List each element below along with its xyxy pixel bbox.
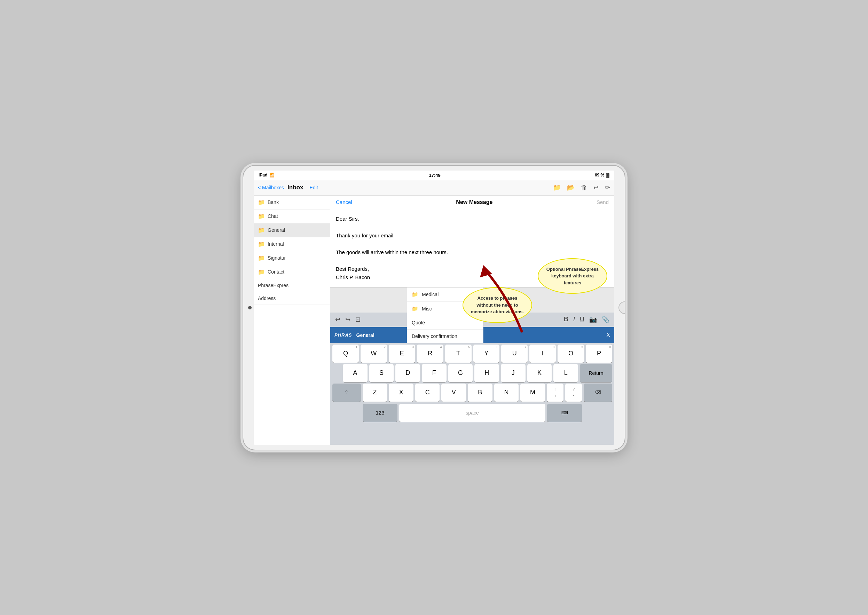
dropdown-item-quote[interactable]: Quote [407,316,483,329]
key-b[interactable]: B [468,384,492,402]
sidebar-item-internal[interactable]: 📁 Internal [254,237,330,251]
attach-icon[interactable]: 📎 [602,316,609,323]
keyboard: 1Q 2W 3E 4R 5T 6Y 7U 8I 9O 0P A S [330,343,614,445]
bold-button[interactable]: B [564,316,568,323]
reply-icon[interactable]: ↩ [593,184,599,191]
key-i[interactable]: 8I [529,345,556,363]
paste-icon[interactable]: ⊡ [355,316,361,323]
dropdown-medical-label: Medical [422,292,439,297]
ipad-label: iPad [259,173,267,178]
sidebar-item-bank[interactable]: 📁 Bank [254,196,330,209]
key-j[interactable]: J [501,364,526,382]
wifi-icon: 📶 [269,173,275,178]
key-backspace[interactable]: ⌫ [584,384,612,402]
sidebar-contact-label: Contact [268,269,284,275]
back-button[interactable]: < Mailboxes [258,185,284,190]
sidebar-item-address[interactable]: Address [254,292,330,305]
compose-icon[interactable]: ✏ [605,184,610,191]
key-g[interactable]: G [448,364,473,382]
bubble-left: Access to phrases without the need to me… [462,287,532,323]
status-bar: iPad 📶 17:49 69 % ▓ [254,170,614,180]
folder-internal-icon: 📁 [258,241,265,247]
key-z[interactable]: Z [363,384,387,402]
key-y[interactable]: 6Y [473,345,500,363]
key-p[interactable]: 0P [586,345,612,363]
body-line1: Dear Sirs, [336,215,609,223]
key-f[interactable]: F [422,364,446,382]
underline-button[interactable]: U [580,316,584,323]
key-r[interactable]: 4R [417,345,443,363]
phrase-close-button[interactable]: X [606,332,610,338]
key-period[interactable]: ?. [565,384,582,402]
key-m[interactable]: M [520,384,545,402]
trash-icon[interactable]: 🗑 [581,184,587,191]
body-line2: Thank you for your email. [336,231,609,240]
key-o[interactable]: 9O [557,345,584,363]
key-t[interactable]: 5T [445,345,471,363]
key-q[interactable]: 1Q [333,345,359,363]
time-display: 17:49 [429,173,440,178]
key-l[interactable]: L [553,364,578,382]
left-dot [248,306,251,309]
sidebar-address-label: Address [258,295,276,301]
key-space[interactable]: space [399,404,545,422]
send-button[interactable]: Send [596,199,609,205]
sidebar-item-general[interactable]: 📁 General [254,223,330,237]
key-n[interactable]: N [494,384,519,402]
italic-button[interactable]: I [573,316,575,323]
sidebar-phrase-label: PhraseExpres [258,283,289,288]
key-row-3: ⇧ Z X C V B N M !, ?. ⌫ [330,382,614,402]
redo-icon[interactable]: ↪ [345,316,350,323]
cancel-button[interactable]: Cancel [336,199,352,205]
undo-icon[interactable]: ↩ [335,316,340,323]
sidebar: 📁 Bank 📁 Chat 📁 General 📁 Internal 📁 [254,196,330,445]
key-return[interactable]: Return [580,364,612,382]
folder-signatur-icon: 📁 [258,255,265,261]
dropdown-quote-label: Quote [412,320,425,325]
key-comma[interactable]: !, [547,384,564,402]
folder-medical-icon: 📁 [412,291,418,298]
dropdown-item-delivery[interactable]: Delivery confirmation [407,329,483,343]
key-v[interactable]: V [441,384,466,402]
key-s[interactable]: S [369,364,394,382]
key-a[interactable]: A [343,364,367,382]
sidebar-item-phrase[interactable]: PhraseExpres [254,279,330,292]
key-k[interactable]: K [527,364,552,382]
key-x[interactable]: X [389,384,414,402]
sidebar-internal-label: Internal [268,241,284,247]
key-123[interactable]: 123 [363,404,398,422]
sidebar-bank-label: Bank [268,200,279,205]
key-c[interactable]: C [415,384,440,402]
key-w[interactable]: 2W [361,345,387,363]
sidebar-item-signatur[interactable]: 📁 Signatur [254,251,330,265]
key-shift[interactable]: ⇧ [333,384,361,402]
folder-general-icon: 📁 [258,227,265,234]
bubble-left-text: Access to phrases without the need to me… [471,295,524,314]
dropdown-misc-label: Misc [422,306,432,312]
key-u[interactable]: 7U [501,345,528,363]
folder-icon[interactable]: 📁 [553,184,561,191]
sidebar-item-chat[interactable]: 📁 Chat [254,209,330,223]
folder-chat-icon: 📁 [258,213,265,220]
folder-bank-icon: 📁 [258,199,265,206]
compose-header: Cancel New Message Send [330,196,614,209]
inbox-title: Inbox [287,184,303,191]
archive-icon[interactable]: 📂 [567,184,575,191]
sidebar-item-contact[interactable]: 📁 Contact [254,265,330,279]
key-row-2: A S D F G H J K L Return [341,363,614,382]
key-keyboard[interactable]: ⌨ [547,404,582,422]
sidebar-general-label: General [268,227,285,233]
camera-icon[interactable]: 📷 [589,316,597,323]
sidebar-chat-label: Chat [268,213,278,219]
screen: iPad 📶 17:49 69 % ▓ < Mailboxes Inbox Ed… [254,170,614,445]
home-button[interactable] [618,301,625,314]
bubble-right-text: Optional PhraseExpress keyboard with ext… [546,267,599,286]
edit-button[interactable]: Edit [309,185,318,190]
key-e[interactable]: 3E [389,345,415,363]
battery-icon: ▓ [606,173,609,178]
sidebar-signatur-label: Signatur [268,255,286,261]
key-d[interactable]: D [395,364,420,382]
key-h[interactable]: H [475,364,499,382]
battery-label: 69 % [595,173,604,178]
dropdown-delivery-label: Delivery confirmation [412,333,457,339]
